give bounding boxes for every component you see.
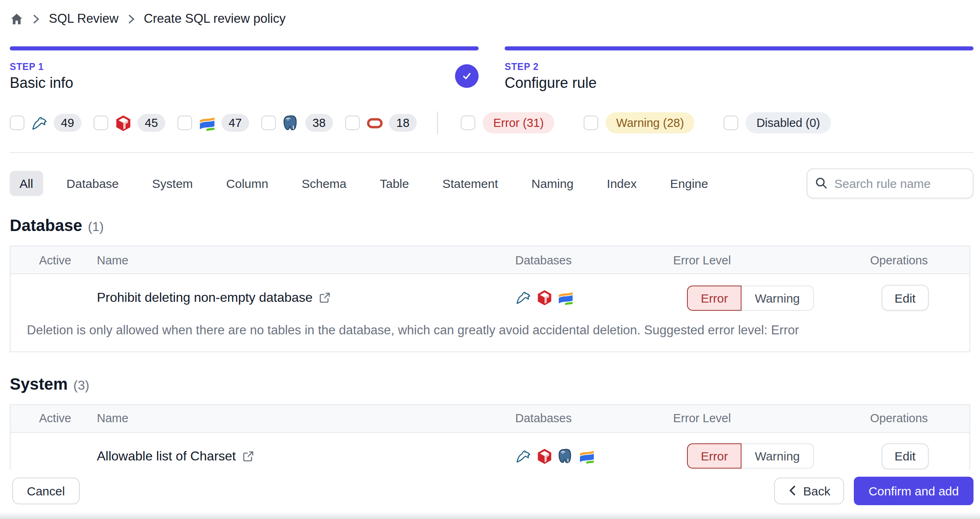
tab-system[interactable]: System [142,171,203,196]
tab-list: AllDatabaseSystemColumnSchemaTableStatem… [10,171,718,196]
oceanbase-icon [558,290,574,306]
level-filter-badge-warning: Warning (28) [606,112,695,133]
tab-label: Naming [532,177,573,190]
external-link-icon[interactable] [319,292,330,303]
level-filter-checkbox[interactable] [461,116,475,130]
level-filter-disabled: Disabled (0) [724,112,831,133]
external-link-icon[interactable] [243,450,254,462]
table-header: Active Name Databases Error Level Operat… [11,246,969,274]
mysql-icon [515,290,532,306]
column-header-databases: Databases [515,412,673,425]
section-heading-database: Database (1) [10,216,973,235]
level-filter-error: Error (31) [461,112,554,133]
mysql-icon [515,448,532,464]
tab-label: Engine [670,177,708,190]
column-header-operations: Operations [857,253,963,266]
bottom-shadow [0,512,980,519]
engine-filter-checkbox[interactable] [10,116,24,130]
search-icon [815,177,828,193]
tab-schema[interactable]: Schema [292,171,356,196]
rule-name: Allowable list of Charset [97,449,236,463]
back-button[interactable]: Back [774,477,844,504]
level-filter-badge-disabled: Disabled (0) [746,112,831,133]
tidb-icon [536,448,553,464]
category-tabbar: AllDatabaseSystemColumnSchemaTableStatem… [10,168,973,198]
breadcrumb: SQL Review Create SQL review policy [10,0,973,28]
error-level-option-warning[interactable]: Warning [741,443,814,469]
engine-count-badge: 18 [389,114,417,132]
mysql-icon [30,114,48,132]
engine-filter-tidb: 45 [94,114,165,132]
tab-label: Schema [302,177,346,190]
rule-name: Prohibit deleting non-empty database [97,290,313,305]
chevron-right-icon [33,13,40,24]
tidb-icon [536,290,553,306]
cancel-button[interactable]: Cancel [12,477,79,504]
rule-description: Deletion is only allowed when there are … [11,316,969,351]
step-2-title: Configure rule [505,75,973,92]
level-filter-list: Error (31) Warning (28) Disabled (0) [461,112,860,133]
engine-filter-checkbox[interactable] [345,116,360,130]
tab-index[interactable]: Index [597,171,646,196]
step-indicator: STEP 1 Basic info STEP 2 Configure rule [10,46,973,92]
table-header: Active Name Databases Error Level Operat… [11,405,969,432]
tab-label: System [152,177,193,190]
confirm-and-add-button[interactable]: Confirm and add [854,476,973,505]
column-header-error-level: Error Level [673,253,857,266]
tab-column[interactable]: Column [217,171,278,196]
back-button-label: Back [803,484,830,497]
engine-count-badge: 45 [138,114,165,132]
error-level-option-error[interactable]: Error [687,443,742,469]
tidb-icon [114,114,132,132]
section-title: System [10,375,68,393]
search-box [807,168,973,198]
edit-button[interactable]: Edit [882,443,929,469]
engine-filter-checkbox[interactable] [261,116,276,130]
engine-filter-checkbox[interactable] [177,116,192,130]
engine-filter-postgres: 38 [261,114,333,132]
divider [10,152,973,153]
filter-divider [437,111,438,134]
tab-database[interactable]: Database [57,171,128,196]
step-1-completed-check-icon [455,64,479,88]
oracle-icon [365,114,383,132]
engine-count-badge: 49 [54,114,81,132]
column-header-name: Name [97,253,515,266]
tab-label: Index [607,177,637,190]
step-1-label: STEP 1 [10,62,479,72]
error-level-segmented-control: Error Warning [687,443,814,469]
rule-databases [515,290,673,306]
tab-engine[interactable]: Engine [661,171,718,196]
oceanbase-icon [198,114,216,132]
home-icon[interactable] [10,12,24,26]
postgres-icon [282,114,300,132]
error-level-option-warning[interactable]: Warning [741,285,814,310]
tab-naming[interactable]: Naming [522,171,583,196]
tab-statement[interactable]: Statement [433,171,508,196]
step-1: STEP 1 Basic info [10,46,479,92]
engine-filter-oceanbase: 47 [177,114,249,132]
error-level-segmented-control: Error Warning [687,285,814,310]
table-row: Allowable list of Charset Error Warning … [11,432,969,475]
tab-label: Table [380,177,409,190]
column-header-error-level: Error Level [673,412,857,425]
error-level-option-error[interactable]: Error [687,285,742,310]
tab-label: Statement [442,177,498,190]
search-input[interactable] [807,168,973,198]
level-filter-badge-error: Error (31) [483,112,554,133]
tab-label: Column [226,177,268,190]
tab-table[interactable]: Table [370,171,419,196]
level-filter-checkbox[interactable] [724,116,739,130]
table-row: Prohibit deleting non-empty database Err… [11,274,969,316]
edit-button[interactable]: Edit [882,285,929,311]
section-count: (1) [88,220,104,234]
engine-filter-checkbox[interactable] [94,116,108,130]
level-filter-checkbox[interactable] [584,116,598,130]
breadcrumb-item-sql-review[interactable]: SQL Review [49,11,118,26]
tab-all[interactable]: All [10,171,43,196]
engine-count-badge: 38 [305,114,333,132]
engine-filter-mysql: 49 [10,114,81,132]
column-header-name: Name [97,412,515,425]
step-2-progress-bar [505,46,973,50]
section-heading-system: System (3) [10,375,973,393]
